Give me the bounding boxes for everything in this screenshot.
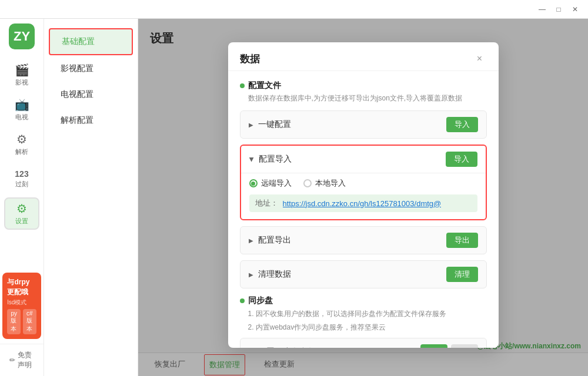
tv-icon: 📺 (15, 98, 29, 112)
clear-data-header[interactable]: ▶ 清理数据 清理 (240, 261, 486, 288)
one-click-arrow: ▶ (249, 122, 253, 128)
modal-close-button[interactable]: × (473, 52, 487, 66)
config-import-row: ▶ 配置导入 导入 (240, 145, 487, 220)
sidebar-label-tv: 电视 (15, 113, 28, 122)
sidebar-label-film: 影视 (15, 78, 28, 87)
sync-section-header: 同步盘 (240, 296, 487, 306)
sidebar-item-tv[interactable]: 📺 电视 (4, 93, 39, 126)
radio-local[interactable]: 本地导入 (303, 178, 346, 189)
config-section-title: 配置文件 (248, 80, 281, 91)
radio-remote-inner (251, 182, 255, 186)
settings-icon: ⚙ (16, 202, 27, 216)
sidebar-label-settings: 设置 (15, 217, 28, 226)
config-section-header: 配置文件 (240, 80, 487, 91)
config-export-arrow: ▶ (249, 237, 253, 244)
address-value[interactable]: https://jsd.cdn.zzko.cn/gh/ls125781003/d… (283, 199, 442, 208)
nav-item-parse[interactable]: 解析配置 (49, 108, 133, 133)
one-click-import-button[interactable]: 导入 (446, 117, 478, 132)
drpy-csharp-button[interactable]: c#版本 (23, 309, 36, 334)
sidebar-item-film[interactable]: 🎬 影视 (4, 59, 39, 91)
drpy-card-sub: lsd模式 (7, 298, 36, 307)
nav-item-basic[interactable]: 基础配置 (49, 28, 133, 55)
sync-params-label: 配置同步盘参数 (258, 347, 316, 348)
config-import-header[interactable]: ▶ 配置导入 导入 (241, 146, 486, 173)
clear-data-row: ▶ 清理数据 清理 (240, 260, 487, 288)
sync-params-save-button[interactable]: 保存 (420, 344, 447, 348)
config-import-arrow: ▶ (248, 157, 255, 162)
radio-remote[interactable]: 远端导入 (249, 178, 292, 189)
app-window: — □ ✕ ZY 🎬 影视 📺 电视 ⚙ 解析 123 过刻 (0, 0, 588, 376)
sidebar: ZY 🎬 影视 📺 电视 ⚙ 解析 123 过刻 ⚙ 设置 (0, 19, 44, 376)
radio-local-circle (303, 179, 312, 187)
radio-remote-label: 远端导入 (261, 178, 292, 189)
sync-params-header[interactable]: ▶ 配置同步盘参数 保存 校验 (240, 338, 486, 348)
sync-section-title: 同步盘 (248, 296, 273, 306)
sync-params-row: ▶ 配置同步盘参数 保存 校验 (240, 338, 487, 348)
config-export-label: 配置导出 (258, 235, 291, 246)
sidebar-label-filter: 过刻 (15, 180, 28, 189)
drpy-card-btns: py版本 c#版本 (7, 309, 36, 334)
config-export-header[interactable]: ▶ 配置导出 导出 (240, 227, 486, 254)
right-panel: 设置 恢复出厂 数据管理 检查更新 @宏心小站/www.nianxinxz.co… (138, 19, 588, 376)
close-button[interactable]: ✕ (567, 4, 583, 15)
sidebar-item-settings[interactable]: ⚙ 设置 (4, 197, 39, 230)
parse-icon: ⚙ (16, 132, 27, 146)
modal-overlay: 数据 × 配置文件 数据保存在数据库中,为方便迁移可导出为json文件,导入将覆… (138, 19, 588, 376)
sync-desc1: 1. 因不收集用户的数据，可以选择同步盘作为配置文件保存服务 (240, 308, 487, 320)
sync-params-verify-button[interactable]: 校验 (451, 344, 478, 348)
config-section-desc: 数据保存在数据库中,为方便迁移可导出为json文件,导入将覆盖原数据 (240, 93, 487, 103)
nav-panel: 基础配置 影视配置 电视配置 解析配置 (44, 19, 138, 376)
modal-header: 数据 × (228, 42, 499, 71)
filter-icon: 123 (15, 169, 28, 179)
sidebar-item-parse[interactable]: ⚙ 解析 (4, 128, 39, 160)
radio-remote-circle (249, 179, 258, 187)
logo: ZY (9, 24, 35, 49)
one-click-label: 一键配置 (258, 119, 291, 130)
sync-desc2: 2. 内置webdav作为同步盘服务，推荐坚果云 (240, 322, 487, 333)
config-import-button[interactable]: 导入 (446, 152, 477, 167)
free-stmt-button[interactable]: ✏ 免责声明 (0, 344, 44, 376)
modal-title: 数据 (240, 52, 260, 66)
minimize-button[interactable]: — (534, 4, 550, 15)
film-icon: 🎬 (15, 63, 29, 77)
sidebar-item-filter[interactable]: 123 过刻 (4, 163, 39, 195)
drpy-py-button[interactable]: py版本 (7, 309, 21, 334)
sync-section-dot (240, 298, 245, 303)
config-export-button[interactable]: 导出 (446, 233, 478, 248)
title-bar: — □ ✕ (0, 0, 588, 19)
sync-section: 同步盘 1. 因不收集用户的数据，可以选择同步盘作为配置文件保存服务 2. 内置… (240, 296, 487, 333)
radio-local-label: 本地导入 (315, 178, 346, 189)
config-section-dot (240, 83, 245, 88)
config-import-content: 远端导入 本地导入 地址： (241, 173, 486, 219)
drpy-card: 与drpy更配哦 lsd模式 py版本 c#版本 (2, 273, 41, 339)
content-area: ZY 🎬 影视 📺 电视 ⚙ 解析 123 过刻 ⚙ 设置 (0, 19, 588, 376)
free-stmt-label: 免责声明 (18, 350, 34, 370)
address-label: 地址： (255, 198, 278, 209)
clear-data-button[interactable]: 清理 (446, 267, 478, 282)
maximize-button[interactable]: □ (550, 4, 567, 15)
nav-item-film[interactable]: 影视配置 (49, 56, 133, 81)
nav-item-tv[interactable]: 电视配置 (49, 82, 133, 107)
free-stmt-icon: ✏ (9, 356, 15, 364)
modal-dialog: 数据 × 配置文件 数据保存在数据库中,为方便迁移可导出为json文件,导入将覆… (228, 42, 499, 348)
clear-data-label: 清理数据 (258, 269, 291, 280)
drpy-card-title: 与drpy更配哦 (7, 277, 36, 297)
config-export-row: ▶ 配置导出 导出 (240, 226, 487, 254)
modal-body: 配置文件 数据保存在数据库中,为方便迁移可导出为json文件,导入将覆盖原数据 … (228, 71, 499, 348)
address-row: 地址： https://jsd.cdn.zzko.cn/gh/ls1257810… (249, 194, 477, 212)
clear-data-arrow: ▶ (249, 271, 253, 278)
sidebar-label-parse: 解析 (15, 147, 28, 156)
config-import-label: 配置导入 (259, 154, 292, 164)
radio-group: 远端导入 本地导入 (249, 178, 477, 189)
one-click-row: ▶ 一键配置 导入 (240, 110, 487, 139)
one-click-header[interactable]: ▶ 一键配置 导入 (240, 111, 486, 138)
